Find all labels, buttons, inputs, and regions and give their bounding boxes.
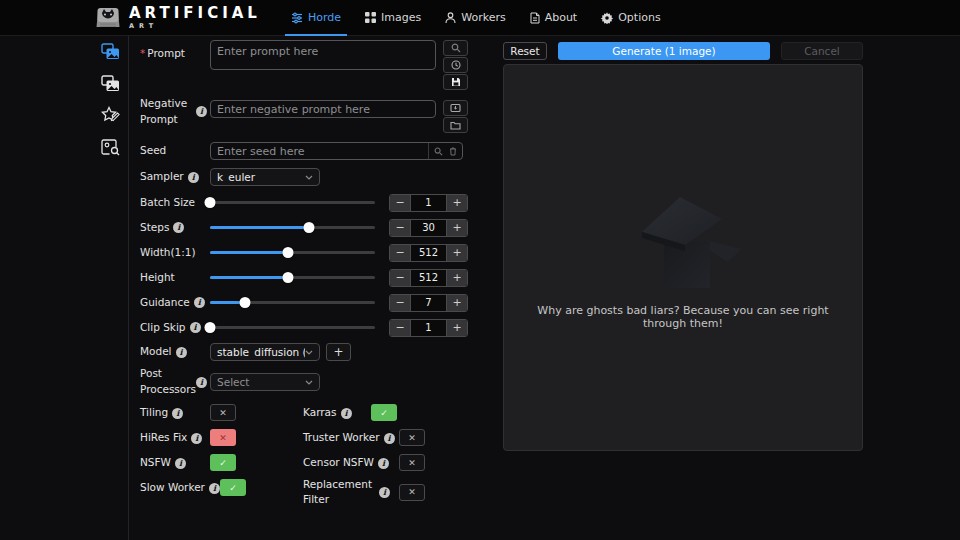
- joke-text: Why are ghosts bad liars? Because you ca…: [504, 304, 862, 330]
- info-icon[interactable]: i: [175, 458, 186, 469]
- guidance-stepper: − 7 +: [389, 294, 468, 312]
- censor-nsfw-toggle[interactable]: ✕: [399, 454, 425, 471]
- gear-icon: [601, 12, 613, 24]
- clip-skip-value[interactable]: 1: [410, 320, 447, 336]
- slider-thumb[interactable]: [205, 322, 216, 333]
- slider-thumb[interactable]: [282, 272, 293, 283]
- tab-label: Options: [618, 11, 660, 24]
- guidance-slider[interactable]: [210, 297, 375, 308]
- tab-label: About: [545, 11, 578, 24]
- info-icon[interactable]: i: [341, 408, 352, 419]
- increment-button[interactable]: +: [447, 295, 467, 311]
- batch-size-value[interactable]: 1: [410, 195, 447, 211]
- info-icon[interactable]: i: [378, 458, 389, 469]
- decrement-button[interactable]: −: [390, 320, 410, 336]
- sidebar-item-generate[interactable]: [100, 42, 120, 60]
- steps-slider[interactable]: [210, 222, 375, 233]
- increment-button[interactable]: +: [447, 270, 467, 286]
- decrement-button[interactable]: −: [390, 295, 410, 311]
- replacement-filter-label: Replacement Filter i: [303, 477, 399, 507]
- tiling-toggle[interactable]: ✕: [210, 404, 236, 421]
- increment-button[interactable]: +: [447, 320, 467, 336]
- prompt-input[interactable]: [210, 40, 436, 70]
- info-icon[interactable]: i: [190, 322, 201, 333]
- save-preset-button[interactable]: [443, 100, 468, 116]
- trusted-worker-toggle[interactable]: ✕: [399, 429, 425, 446]
- nav-tabs: Horde Images Workers About Options: [279, 0, 673, 35]
- clip-skip-stepper: − 1 +: [389, 319, 468, 337]
- post-processors-select[interactable]: Select: [210, 373, 320, 391]
- save-preset-icon: [450, 103, 461, 113]
- add-model-button[interactable]: +: [326, 343, 351, 361]
- prompt-search-button[interactable]: [443, 40, 468, 56]
- steps-value[interactable]: 30: [410, 220, 447, 236]
- slider-thumb[interactable]: [239, 297, 250, 308]
- model-select[interactable]: stable_diffusion (7): [210, 343, 320, 361]
- info-icon[interactable]: i: [379, 487, 390, 498]
- seed-input[interactable]: [211, 143, 428, 159]
- height-slider[interactable]: [210, 272, 375, 283]
- info-icon[interactable]: i: [196, 377, 207, 388]
- slider-fill: [210, 226, 309, 229]
- toggles-grid: Tilingi ✕ Karrasi ✓ HiRes Fixi ✕ Truster…: [140, 400, 468, 509]
- info-icon[interactable]: i: [191, 433, 202, 444]
- reset-button[interactable]: Reset: [503, 42, 547, 60]
- sidebar-item-rate[interactable]: [100, 106, 120, 124]
- increment-button[interactable]: +: [447, 195, 467, 211]
- sidebar-item-saved-images[interactable]: [100, 74, 120, 92]
- sidebar-item-interrogate[interactable]: [100, 138, 120, 156]
- hires-fix-toggle[interactable]: ✕: [210, 429, 236, 446]
- tab-horde[interactable]: Horde: [279, 0, 353, 35]
- width-stepper: − 512 +: [389, 244, 468, 262]
- trash-icon[interactable]: [449, 147, 457, 156]
- decrement-button[interactable]: −: [390, 220, 410, 236]
- decrement-button[interactable]: −: [390, 195, 410, 211]
- slow-worker-toggle[interactable]: ✓: [220, 479, 246, 496]
- info-icon[interactable]: i: [176, 347, 187, 358]
- info-icon[interactable]: i: [384, 433, 395, 444]
- info-icon[interactable]: i: [196, 106, 207, 117]
- decrement-button[interactable]: −: [390, 270, 410, 286]
- tab-options[interactable]: Options: [589, 0, 672, 35]
- save-icon: [451, 77, 461, 87]
- prompt-history-button[interactable]: [443, 57, 468, 73]
- magnifier-icon[interactable]: [434, 147, 443, 156]
- clip-skip-slider[interactable]: [210, 322, 375, 333]
- tab-workers[interactable]: Workers: [433, 0, 517, 35]
- info-icon[interactable]: i: [194, 297, 205, 308]
- post-processors-row: Post Processors i Select: [140, 364, 468, 400]
- slider-thumb[interactable]: [304, 222, 315, 233]
- info-icon[interactable]: i: [172, 408, 183, 419]
- tab-images[interactable]: Images: [353, 0, 433, 35]
- sampler-label: Sampleri: [140, 169, 210, 185]
- negative-prompt-input[interactable]: [210, 100, 436, 118]
- tab-label: Images: [381, 11, 421, 24]
- info-icon[interactable]: i: [188, 172, 199, 183]
- slider-thumb[interactable]: [205, 197, 216, 208]
- guidance-value[interactable]: 7: [410, 295, 447, 311]
- slow-worker-label: Slow Workeri: [140, 481, 220, 494]
- batch-size-slider[interactable]: [210, 197, 375, 208]
- info-icon[interactable]: i: [173, 222, 184, 233]
- tab-about[interactable]: About: [518, 0, 590, 35]
- increment-button[interactable]: +: [447, 220, 467, 236]
- load-preset-button[interactable]: [443, 117, 468, 133]
- replacement-filter-toggle[interactable]: ✕: [399, 484, 425, 501]
- cat-logo-icon: [95, 6, 121, 29]
- info-icon[interactable]: i: [209, 483, 220, 494]
- width-value[interactable]: 512: [410, 245, 447, 261]
- decrement-button[interactable]: −: [390, 245, 410, 261]
- required-mark: *: [140, 47, 145, 59]
- nsfw-toggle[interactable]: ✓: [210, 454, 236, 471]
- width-slider[interactable]: [210, 247, 375, 258]
- generation-form: *Prompt Negative Prompt i: [140, 40, 468, 509]
- generate-button[interactable]: Generate (1 image): [558, 42, 770, 60]
- karras-toggle[interactable]: ✓: [371, 404, 397, 421]
- slider-thumb[interactable]: [282, 247, 293, 258]
- trusted-worker-label: Truster Workeri: [303, 431, 399, 444]
- seed-label: Seed: [140, 143, 210, 159]
- prompt-save-button[interactable]: [443, 74, 468, 90]
- increment-button[interactable]: +: [447, 245, 467, 261]
- height-value[interactable]: 512: [410, 270, 447, 286]
- sampler-select[interactable]: k_euler: [210, 168, 320, 186]
